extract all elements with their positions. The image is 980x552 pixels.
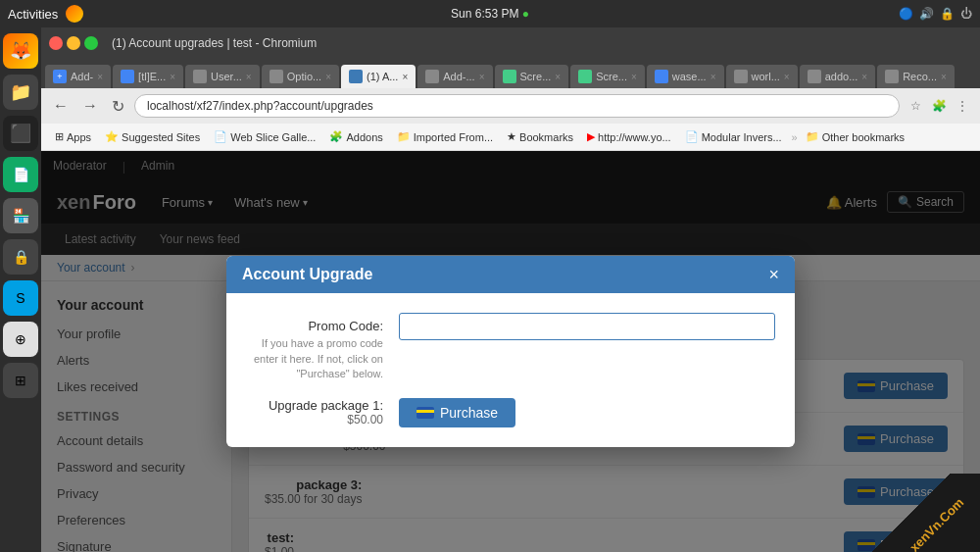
- bookmark-webslice[interactable]: 📄 Web Slice Galle...: [208, 128, 321, 145]
- star-icon: ★: [507, 130, 516, 143]
- promo-hint: If you have a promo code enter it here. …: [246, 336, 383, 381]
- puzzle-icon: 🧩: [329, 130, 343, 143]
- tab-8[interactable]: wase... ×: [647, 65, 724, 88]
- doc-icon: 📄: [214, 130, 227, 143]
- os-sidebar-firefox[interactable]: 🦊: [3, 33, 38, 69]
- package-row: Upgrade package 1: $50.00 Purchase: [246, 398, 775, 427]
- apps-icon: ⊞: [55, 130, 64, 143]
- forward-button[interactable]: →: [78, 95, 102, 117]
- os-sidebar-chrome[interactable]: ⊕: [3, 322, 38, 357]
- promo-code-row: Promo Code: If you have a promo code ent…: [246, 313, 775, 381]
- tab-8-close[interactable]: ×: [710, 72, 716, 82]
- tab-0-close[interactable]: ×: [97, 72, 103, 82]
- folder-icon: 📁: [397, 130, 411, 143]
- nav-more-icon[interactable]: ⋮: [953, 96, 972, 116]
- bookmark-modular[interactable]: 📄 Modular Invers...: [679, 128, 788, 145]
- tab-3-close[interactable]: ×: [325, 72, 331, 82]
- suggested-icon: ⭐: [105, 130, 119, 143]
- promo-label-col: Promo Code: If you have a promo code ent…: [246, 313, 383, 381]
- tab-4-active[interactable]: (1) A... ×: [341, 65, 416, 88]
- modal-credit-card-icon: [416, 407, 434, 419]
- os-sidebar-lock[interactable]: 🔒: [3, 239, 38, 275]
- bookmark-suggested[interactable]: ⭐ Suggested Sites: [99, 128, 206, 145]
- tab-2[interactable]: User... ×: [185, 65, 260, 88]
- os-topbar: Activities Sun 6:53 PM ● 🔵 🔊 🔒 ⏻: [0, 0, 980, 27]
- window-controls[interactable]: [49, 36, 98, 50]
- bookmark-apps[interactable]: ⊞ Apps: [49, 128, 97, 145]
- package-price-label: $50.00: [246, 413, 383, 427]
- tab-6[interactable]: Scre... ×: [495, 65, 569, 88]
- tab-5[interactable]: Add-... ×: [417, 65, 492, 88]
- tab-4-close[interactable]: ×: [402, 72, 408, 82]
- tab-0[interactable]: + Add- ×: [45, 65, 111, 88]
- more-bookmarks[interactable]: »: [792, 131, 798, 143]
- os-sidebar-store[interactable]: 🏪: [3, 198, 38, 233]
- os-sidebar-terminal[interactable]: ⬛: [3, 116, 38, 151]
- window-maximize-button[interactable]: [84, 36, 98, 50]
- bookmark-other[interactable]: 📁 Other bookmarks: [800, 128, 910, 145]
- tab-9-close[interactable]: ×: [784, 72, 790, 82]
- bookmark-addons[interactable]: 🧩 Addons: [323, 128, 388, 145]
- youtube-icon: ▶: [587, 130, 595, 143]
- browser-title-bar: (1) Account upgrades | test - Chromium: [41, 27, 980, 59]
- modal-close-button[interactable]: ×: [768, 266, 779, 283]
- tab-6-close[interactable]: ×: [555, 72, 561, 82]
- modal-title: Account Upgrade: [242, 266, 372, 283]
- promo-input-col: [399, 313, 775, 340]
- os-sidebar-skype[interactable]: S: [3, 280, 38, 316]
- bookmark-imported[interactable]: 📁 Imported From...: [391, 128, 499, 145]
- extensions-icon[interactable]: 🧩: [929, 96, 949, 116]
- tab-10-close[interactable]: ×: [861, 72, 867, 82]
- browser-nav-bar: ← → ↻ localhost/xf27/index.php?account/u…: [41, 88, 980, 124]
- back-button[interactable]: ←: [49, 95, 73, 117]
- tab-1-close[interactable]: ×: [170, 72, 175, 82]
- tab-7-close[interactable]: ×: [631, 72, 637, 82]
- window-minimize-button[interactable]: [67, 36, 80, 50]
- firefox-icon: [66, 5, 83, 23]
- activities-button[interactable]: Activities: [8, 7, 58, 22]
- browser-window-title: (1) Account upgrades | test - Chromium: [112, 36, 317, 50]
- tab-10[interactable]: addo... ×: [800, 65, 875, 88]
- bookmark-star-icon[interactable]: ☆: [906, 96, 925, 116]
- os-topbar-right: 🔵 🔊 🔒 ⏻: [899, 7, 972, 21]
- watermark: xenVn.Com: [843, 474, 980, 552]
- bookmarks-bar: ⊞ Apps ⭐ Suggested Sites 📄 Web Slice Gal…: [41, 124, 980, 151]
- package-name-label: Upgrade package 1:: [246, 398, 383, 413]
- modular-icon: 📄: [685, 130, 699, 143]
- tab-1[interactable]: [tl]E... ×: [113, 65, 183, 88]
- os-sidebar-appgrid[interactable]: ⊞: [3, 363, 38, 398]
- modal-purchase-button[interactable]: Purchase: [399, 398, 515, 427]
- tab-11[interactable]: Reco... ×: [877, 65, 955, 88]
- tab-9[interactable]: worl... ×: [726, 65, 798, 88]
- promo-label: Promo Code:: [246, 319, 383, 333]
- os-sidebar-text[interactable]: 📄: [3, 157, 38, 192]
- tab-11-close[interactable]: ×: [941, 72, 947, 82]
- modal-header: Account Upgrade ×: [226, 256, 795, 293]
- account-upgrade-dialog: Account Upgrade × Promo Code: If you hav…: [226, 256, 795, 446]
- tab-5-close[interactable]: ×: [479, 72, 485, 82]
- modal-overlay[interactable]: Account Upgrade × Promo Code: If you hav…: [41, 151, 980, 552]
- reload-button[interactable]: ↻: [108, 95, 128, 118]
- browser-tabs-bar: + Add- × [tl]E... × User... × Optio... ×…: [41, 59, 980, 88]
- modal-body: Promo Code: If you have a promo code ent…: [226, 293, 795, 446]
- tab-2-close[interactable]: ×: [246, 72, 252, 82]
- bookmark-youtube[interactable]: ▶ http://www.yo...: [581, 128, 677, 145]
- url-bar[interactable]: localhost/xf27/index.php?account/upgrade…: [134, 94, 900, 118]
- os-clock: Sun 6:53 PM ●: [451, 7, 529, 21]
- promo-code-input[interactable]: [399, 313, 775, 340]
- tab-3[interactable]: Optio... ×: [262, 65, 339, 88]
- bookmark-bookmarks[interactable]: ★ Bookmarks: [501, 128, 579, 145]
- package-label-col: Upgrade package 1: $50.00: [246, 398, 383, 427]
- os-sidebar-files[interactable]: 📁: [3, 75, 38, 110]
- window-close-button[interactable]: [49, 36, 63, 50]
- tab-7[interactable]: Scre... ×: [570, 65, 645, 88]
- watermark-text: xenVn.Com: [907, 495, 967, 552]
- other-folder-icon: 📁: [806, 130, 819, 143]
